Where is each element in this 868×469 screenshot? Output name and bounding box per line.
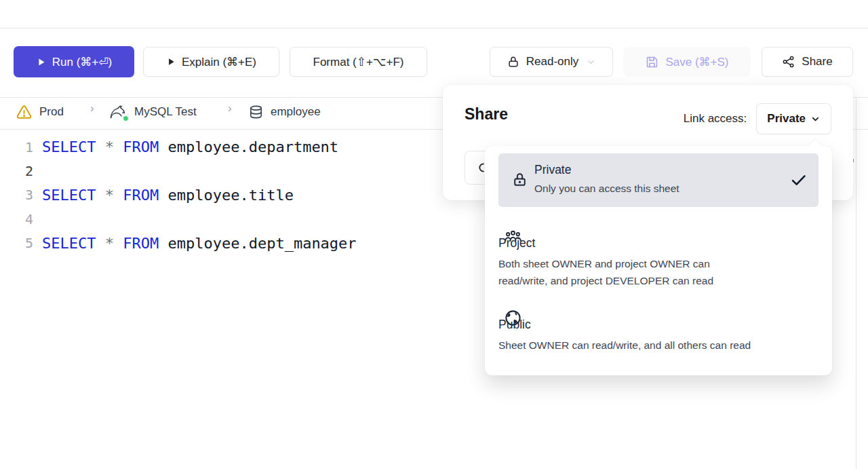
format-button-label: Format (⇧+⌥+F) (313, 55, 404, 69)
warning-triangle-icon (16, 104, 33, 121)
mysql-icon (108, 103, 127, 121)
sql-keyword: FROM (123, 187, 167, 204)
option-description: Only you can access this sheet (534, 180, 679, 197)
chevron-down-icon (810, 114, 821, 124)
explain-button-label: Explain (⌘+E) (182, 55, 256, 69)
line-number: 3 (0, 187, 42, 203)
share-nodes-icon (782, 55, 795, 69)
sql-editor[interactable]: 1 SELECT * FROM employee.department 2 3 … (0, 135, 357, 255)
line-number-active: 2 (0, 163, 42, 179)
option-description: Both sheet OWNER and project OWNER can r… (498, 255, 759, 289)
share-popover-title: Share (465, 105, 508, 124)
share-button[interactable]: Share (762, 47, 853, 77)
run-button[interactable]: Run (⌘+⏎) (14, 46, 134, 77)
link-access-label: Link access: (684, 112, 747, 126)
sql-identifier: employee.dept_manager (167, 235, 356, 252)
save-button-label: Save (⌘+S) (665, 55, 728, 69)
code-line: 2 (0, 159, 357, 183)
instance-status-dot (123, 115, 129, 121)
sql-identifier: employee.title (167, 187, 293, 204)
play-icon (166, 57, 176, 67)
play-icon (36, 57, 46, 67)
code-line: 3 SELECT * FROM employee.title (0, 183, 357, 207)
save-button[interactable]: Save (⌘+S) (623, 47, 751, 77)
sql-keyword: FROM (123, 235, 167, 252)
menu-option-public[interactable]: Public Sheet OWNER can read/write, and a… (498, 305, 818, 354)
breadcrumb-environment[interactable]: Prod (16, 103, 64, 121)
sql-operator: * (105, 138, 123, 155)
link-access-menu: Private Only you can access this sheet P… (485, 146, 832, 375)
lock-icon (511, 171, 528, 188)
format-button[interactable]: Format (⇧+⌥+F) (290, 47, 427, 77)
option-title: Private (534, 163, 679, 177)
option-description: Sheet OWNER can read/write, and all othe… (498, 337, 759, 354)
line-number: 5 (0, 235, 42, 251)
database-label: employee (271, 105, 321, 119)
code-line: 1 SELECT * FROM employee.department (0, 135, 357, 159)
explain-button[interactable]: Explain (⌘+E) (143, 47, 279, 77)
readonly-label: Read-only (526, 55, 579, 69)
topbar-divider (0, 28, 868, 29)
breadcrumb-separator: › (90, 102, 94, 115)
right-panel-divider (856, 97, 856, 469)
option-title: Public (498, 318, 818, 332)
environment-label: Prod (39, 105, 64, 119)
breadcrumb-database[interactable]: employee (248, 103, 321, 121)
line-number: 1 (0, 139, 42, 155)
lock-icon (507, 55, 520, 69)
line-number: 4 (0, 211, 42, 227)
chevron-down-icon (586, 57, 596, 67)
run-button-label: Run (⌘+⏎) (52, 55, 112, 69)
sql-operator: * (105, 235, 123, 252)
sql-operator: * (105, 187, 123, 204)
readonly-mode-dropdown[interactable]: Read-only (490, 47, 613, 77)
sql-identifier: employee.department (167, 138, 338, 155)
sql-keyword: SELECT (42, 235, 105, 252)
code-line: 4 (0, 207, 357, 231)
menu-option-project[interactable]: Project Both sheet OWNER and project OWN… (498, 224, 818, 289)
database-icon (248, 105, 264, 120)
breadcrumb-separator: › (228, 102, 232, 115)
link-access-dropdown[interactable]: Private (756, 103, 831, 134)
sql-keyword: FROM (123, 138, 167, 155)
menu-option-private[interactable]: Private Only you can access this sheet (498, 153, 818, 207)
users-icon (504, 227, 522, 246)
sql-keyword: SELECT (42, 187, 105, 204)
check-icon (789, 171, 808, 189)
globe-icon (504, 309, 522, 327)
link-access-value: Private (767, 112, 806, 126)
breadcrumb-instance[interactable]: MySQL Test (108, 103, 197, 121)
code-line: 5 SELECT * FROM employee.dept_manager (0, 231, 357, 255)
save-icon (645, 55, 659, 69)
share-button-label: Share (802, 55, 832, 69)
instance-label: MySQL Test (134, 105, 197, 119)
option-title: Project (498, 236, 818, 250)
sql-keyword: SELECT (42, 138, 105, 155)
